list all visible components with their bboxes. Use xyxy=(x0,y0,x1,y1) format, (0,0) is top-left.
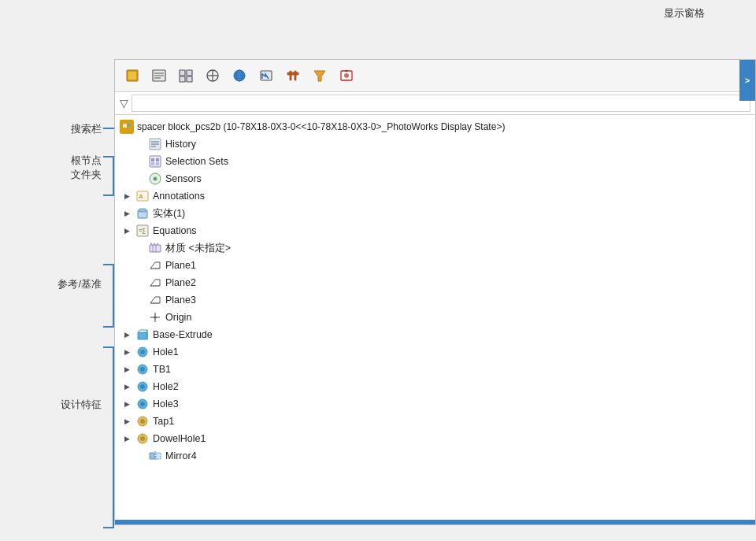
svg-marker-22 xyxy=(314,71,325,81)
tree-item-sensors[interactable]: Sensors xyxy=(115,170,755,187)
tree-item-tap1[interactable]: ▶ Tap1 xyxy=(115,413,755,430)
svg-rect-44 xyxy=(139,209,146,212)
tb1-expand[interactable]: ▶ xyxy=(121,364,132,375)
expand-panel-btn[interactable]: > xyxy=(739,60,755,101)
svg-rect-71 xyxy=(150,453,154,459)
tap1-label: Tap1 xyxy=(153,416,174,427)
photoworks-btn[interactable] xyxy=(334,63,359,88)
hole1-label: Hole1 xyxy=(153,346,179,358)
design-feature-annotation: 设计特征 xyxy=(61,398,102,412)
annotations-label: Annotations xyxy=(153,191,205,202)
svg-point-40 xyxy=(154,178,157,180)
equations-label: Equations xyxy=(153,225,197,236)
mirror4-icon xyxy=(148,449,162,463)
tree-item-hole1[interactable]: ▶ Hole1 xyxy=(115,343,755,361)
svg-rect-25 xyxy=(345,70,348,72)
svg-rect-72 xyxy=(156,453,161,459)
tree-item-origin[interactable]: Origin xyxy=(115,309,755,326)
history-icon xyxy=(148,137,162,151)
svg-text:∑: ∑ xyxy=(142,228,146,234)
tree-item-material[interactable]: 材质 <未指定> xyxy=(115,239,755,257)
addins-btn[interactable] xyxy=(280,63,306,88)
svg-point-24 xyxy=(344,73,349,78)
tree-item-selection-sets[interactable]: Selection Sets xyxy=(115,153,755,170)
tree-item-solid-body[interactable]: ▶ 实体(1) xyxy=(115,205,755,222)
base-extrude-expand[interactable]: ▶ xyxy=(121,329,132,340)
tree-item-dowelhole1[interactable]: ▶ DowelHole1 xyxy=(115,430,755,447)
svg-point-70 xyxy=(140,436,145,441)
tree-item-tb1[interactable]: ▶ TB1 xyxy=(115,361,755,378)
tree-item-plane2[interactable]: Plane2 xyxy=(115,274,755,291)
annotations-icon: A xyxy=(135,189,150,203)
search-bar: ▽ xyxy=(115,92,755,115)
root-node-item[interactable]: spacer block_pcs2b (10-78X18-0X3-0<<10-7… xyxy=(115,118,755,135)
rollback-bar[interactable] xyxy=(115,520,755,524)
config-manager-btn[interactable] xyxy=(173,63,198,88)
tree-item-plane3[interactable]: Plane3 xyxy=(115,291,755,309)
equations-expand[interactable]: ▶ xyxy=(121,225,132,236)
material-label: 材质 <未指定> xyxy=(165,242,231,255)
svg-rect-21 xyxy=(295,71,296,80)
svg-rect-48 xyxy=(150,245,161,252)
filter-btn[interactable] xyxy=(307,63,332,88)
tree-item-base-extrude[interactable]: ▶ Base-Extrude xyxy=(115,326,755,343)
svg-rect-36 xyxy=(151,162,154,165)
root-node-annotation: 根节点文件夹 xyxy=(71,154,102,182)
svg-point-28 xyxy=(127,124,130,127)
base-extrude-icon xyxy=(135,328,150,342)
sensors-label: Sensors xyxy=(165,173,202,184)
hole1-icon xyxy=(135,345,150,359)
dimxpert-btn[interactable] xyxy=(200,63,225,88)
tree-item-mirror4[interactable]: Mirror4 xyxy=(115,447,755,465)
search-bar-annotation: 搜索栏 xyxy=(71,122,102,136)
history-label: History xyxy=(165,139,196,150)
origin-icon xyxy=(148,310,162,324)
svg-rect-27 xyxy=(123,124,127,128)
tree-item-history[interactable]: History xyxy=(115,135,755,153)
property-manager-btn[interactable] xyxy=(146,63,172,88)
tb1-label: TB1 xyxy=(153,364,171,375)
svg-point-56 xyxy=(154,317,157,319)
search-input[interactable] xyxy=(132,94,750,112)
hole2-icon xyxy=(135,380,150,394)
svg-rect-19 xyxy=(287,72,298,75)
left-annotations: 搜索栏 根节点文件夹 参考/基准 设计特征 退回控制棒 xyxy=(0,0,114,541)
annotations-expand[interactable]: ▶ xyxy=(121,191,132,202)
svg-rect-34 xyxy=(151,158,154,161)
svg-rect-9 xyxy=(187,76,192,82)
hole2-expand[interactable]: ▶ xyxy=(121,381,132,392)
svg-rect-7 xyxy=(187,70,192,76)
svg-rect-1 xyxy=(128,72,136,80)
feature-manager-btn[interactable] xyxy=(120,63,145,88)
cam-manager-btn[interactable] xyxy=(254,63,279,88)
solid-body-label: 实体(1) xyxy=(153,207,185,220)
dowelhole1-expand[interactable]: ▶ xyxy=(121,433,132,444)
hole3-icon xyxy=(135,397,150,411)
svg-rect-33 xyxy=(150,156,161,167)
hole3-expand[interactable]: ▶ xyxy=(121,398,132,409)
mirror4-label: Mirror4 xyxy=(165,450,197,461)
selection-sets-icon xyxy=(148,154,162,169)
display-manager-btn[interactable] xyxy=(227,63,252,88)
filter-icon: ▽ xyxy=(120,97,128,109)
tree-item-annotations[interactable]: ▶ A Annotations xyxy=(115,187,755,205)
tree-item-plane1[interactable]: Plane1 xyxy=(115,257,755,274)
solid-body-expand[interactable]: ▶ xyxy=(121,208,132,219)
tap1-expand[interactable]: ▶ xyxy=(121,416,132,427)
tree-item-equations[interactable]: ▶ = ∑ Equations xyxy=(115,222,755,239)
tree-item-hole3[interactable]: ▶ Hole3 xyxy=(115,395,755,413)
hole1-expand[interactable]: ▶ xyxy=(121,346,132,358)
feature-tree: spacer block_pcs2b (10-78X18-0X3-0<<10-7… xyxy=(115,115,755,520)
svg-point-64 xyxy=(140,384,145,389)
selection-sets-label: Selection Sets xyxy=(165,156,228,167)
svg-text:A: A xyxy=(139,193,143,200)
origin-label: Origin xyxy=(165,312,191,323)
main-container: 搜索栏 根节点文件夹 参考/基准 设计特征 退回控制棒 显示窗格 xyxy=(0,0,756,541)
svg-rect-35 xyxy=(156,158,159,161)
svg-rect-37 xyxy=(156,162,159,165)
plane3-icon xyxy=(148,293,162,307)
tree-item-hole2[interactable]: ▶ Hole2 xyxy=(115,378,755,395)
dowelhole1-label: DowelHole1 xyxy=(153,433,206,444)
sensors-icon xyxy=(148,172,162,186)
feature-manager-panel: > ▽ spac xyxy=(114,59,756,525)
